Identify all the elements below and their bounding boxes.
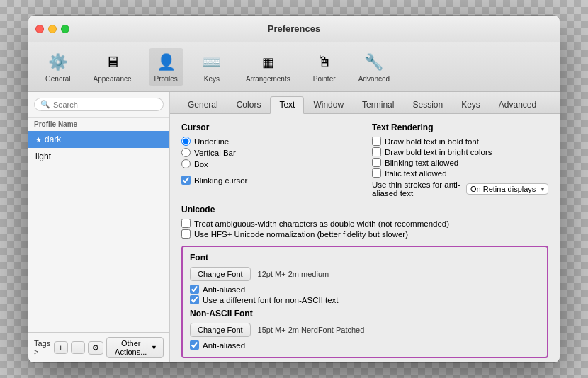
ambiguous-checkbox[interactable]: Treat ambiguous-width characters as doub… — [181, 219, 548, 228]
hfs-checkbox[interactable]: Use HFS+ Unicode normalization (better f… — [181, 229, 548, 239]
appearance-icon: 🖥 — [101, 51, 124, 74]
toolbar-label-appearance: Appearance — [94, 75, 132, 83]
keys-icon: ⌨️ — [200, 51, 223, 74]
toolbar-label-general: General — [45, 75, 71, 83]
non-ascii-font-title: Non-ASCII Font — [190, 309, 540, 319]
search-input-wrap[interactable]: 🔍 — [34, 98, 164, 111]
profile-name-header: Profile Name — [28, 118, 169, 131]
unicode-title: Unicode — [181, 205, 548, 214]
gear-button[interactable]: ⚙ — [88, 341, 103, 355]
minimize-button[interactable] — [48, 25, 57, 33]
advanced-icon: 🔧 — [363, 51, 385, 74]
window-controls — [35, 25, 69, 33]
toolbar-label-arrangements: Arrangements — [246, 75, 290, 83]
tab-session[interactable]: Session — [403, 96, 452, 114]
tab-advanced[interactable]: Advanced — [490, 96, 545, 114]
preferences-window: Preferences ⚙️ General 🖥 Appearance 👤 Pr… — [28, 16, 560, 362]
profile-item-light[interactable]: light — [28, 148, 169, 165]
profiles-icon: 👤 — [154, 51, 177, 74]
bold-bright-checkbox[interactable]: Draw bold text in bright colors — [372, 147, 548, 156]
toolbar-item-advanced[interactable]: 🔧 Advanced — [353, 48, 395, 86]
bold-bold-checkbox[interactable]: Draw bold text in bold font — [372, 137, 548, 146]
tab-colors[interactable]: Colors — [227, 96, 271, 114]
non-ascii-font-section: Non-ASCII Font Change Font 15pt M+ 2m Ne… — [190, 309, 540, 350]
tabs-bar: General Colors Text Window Terminal Sess… — [170, 92, 560, 114]
profile-list: ★ dark light — [28, 131, 169, 332]
different-font-checkbox[interactable]: Use a different font for non-ASCII text — [190, 295, 540, 304]
cursor-title: Cursor — [181, 122, 358, 132]
search-icon: 🔍 — [40, 100, 50, 109]
tab-terminal[interactable]: Terminal — [353, 96, 403, 114]
toolbar: ⚙️ General 🖥 Appearance 👤 Profiles ⌨️ Ke… — [28, 42, 560, 92]
unicode-section: Unicode Treat ambiguous-width characters… — [181, 205, 548, 239]
toolbar-label-profiles: Profiles — [154, 75, 178, 83]
chevron-down-icon: ▼ — [151, 344, 157, 351]
sidebar-footer: Tags > + − ⚙ Other Actions... ▼ — [28, 332, 169, 362]
tab-keys[interactable]: Keys — [452, 96, 490, 114]
text-rendering-section: Text Rendering Draw bold text in bold fo… — [372, 122, 548, 197]
other-actions-label: Other Actions... — [113, 339, 149, 356]
content-area: 🔍 Profile Name ★ dark light Tags > + − — [28, 92, 560, 362]
cursor-vertical-bar[interactable]: Vertical Bar — [181, 148, 358, 157]
gear-icon: ⚙ — [92, 343, 99, 353]
toolbar-label-keys: Keys — [204, 75, 220, 83]
cursor-radio-group: Underline Vertical Bar Box — [181, 137, 358, 168]
remove-profile-button[interactable]: − — [71, 341, 85, 354]
thin-strokes-label: Use thin strokes for anti-aliased text — [372, 181, 462, 197]
toolbar-item-appearance[interactable]: 🖥 Appearance — [88, 48, 137, 86]
main-panel: General Colors Text Window Terminal Sess… — [170, 92, 560, 362]
search-input[interactable] — [53, 101, 157, 109]
toolbar-item-pointer[interactable]: 🖱 Pointer — [307, 48, 341, 86]
tab-general[interactable]: General — [179, 96, 227, 114]
thin-strokes-row: Use thin strokes for anti-aliased text O… — [372, 181, 548, 197]
star-icon: ★ — [35, 136, 42, 144]
toolbar-item-general[interactable]: ⚙️ General — [40, 48, 77, 86]
search-area: 🔍 — [28, 92, 169, 118]
cursor-section: Cursor Underline Vertical Bar — [181, 122, 358, 197]
font-anti-aliased-checkbox[interactable]: Anti-aliased — [190, 285, 540, 294]
sidebar: 🔍 Profile Name ★ dark light Tags > + − — [28, 92, 170, 362]
italic-text-checkbox[interactable]: Italic text allowed — [372, 168, 548, 178]
tab-text[interactable]: Text — [270, 96, 304, 114]
cursor-box[interactable]: Box — [181, 159, 358, 168]
non-ascii-font-name-display: 15pt M+ 2m NerdFont Patched — [258, 326, 365, 334]
close-button[interactable] — [35, 25, 44, 33]
other-actions-button[interactable]: Other Actions... ▼ — [106, 337, 164, 358]
text-rendering-title: Text Rendering — [372, 122, 548, 132]
profile-name-light: light — [35, 151, 51, 161]
add-profile-button[interactable]: + — [54, 341, 68, 354]
toolbar-label-advanced: Advanced — [358, 75, 390, 83]
top-section: Cursor Underline Vertical Bar — [181, 122, 548, 197]
toolbar-item-profiles[interactable]: 👤 Profiles — [149, 48, 183, 86]
change-font-button[interactable]: Change Font — [190, 267, 251, 281]
font-section: Font Change Font 12pt M+ 2m medium Anti-… — [181, 246, 548, 358]
toolbar-item-arrangements[interactable]: ▦ Arrangements — [240, 48, 296, 86]
non-ascii-anti-aliased-checkbox[interactable]: Anti-aliased — [190, 340, 540, 350]
non-ascii-font-row: Change Font 15pt M+ 2m NerdFont Patched — [190, 323, 540, 337]
change-non-ascii-font-button[interactable]: Change Font — [190, 323, 251, 337]
font-title: Font — [190, 253, 540, 263]
toolbar-item-keys[interactable]: ⌨️ Keys — [195, 48, 229, 86]
profile-item-dark[interactable]: ★ dark — [28, 131, 169, 148]
blinking-text-checkbox[interactable]: Blinking text allowed — [372, 158, 548, 167]
tab-text-content: Cursor Underline Vertical Bar — [170, 114, 560, 362]
toolbar-label-pointer: Pointer — [313, 75, 336, 83]
blinking-cursor-checkbox[interactable]: Blinking cursor — [181, 176, 358, 185]
thin-strokes-select-wrapper[interactable]: On Retina displays Always Never Auto — [466, 183, 548, 195]
pointer-icon: 🖱 — [313, 51, 336, 74]
tab-window[interactable]: Window — [304, 96, 353, 114]
profile-name-dark: dark — [45, 134, 61, 144]
maximize-button[interactable] — [61, 25, 69, 33]
arrangements-icon: ▦ — [256, 51, 279, 74]
tags-label[interactable]: Tags > — [34, 339, 51, 356]
titlebar: Preferences — [28, 16, 560, 42]
general-icon: ⚙️ — [47, 51, 69, 74]
thin-strokes-select[interactable]: On Retina displays Always Never Auto — [466, 183, 548, 195]
font-row: Change Font 12pt M+ 2m medium — [190, 267, 540, 281]
window-title: Preferences — [268, 23, 320, 34]
font-name-display: 12pt M+ 2m medium — [258, 270, 329, 278]
cursor-underline[interactable]: Underline — [181, 137, 358, 146]
